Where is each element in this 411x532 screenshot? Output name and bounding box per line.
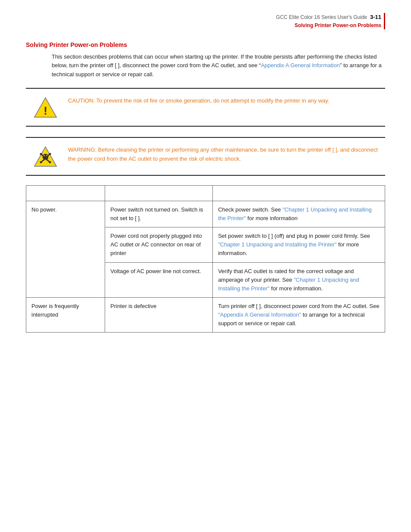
solution-defective: Turn printer off [ ], disconnect power c… [213,298,385,333]
page-header: GCC Elite Color 16 Series User's Guide 3… [26,13,385,29]
appendix-link[interactable]: Appendix A General Information [261,62,340,68]
svg-point-12 [49,161,51,163]
solution-switch: Check power switch. See "Chapter 1 Unpac… [213,201,385,227]
table-row: Power is frequently interrupted Printer … [26,298,385,333]
section-header: Solving Printer Power-on Problems [295,22,381,28]
caution-icon: ! [30,96,60,118]
table-header-3 [213,185,385,201]
guide-title: GCC Elite Color 16 Series User's Guide [276,14,367,20]
svg-point-13 [40,153,42,155]
caution-text: CAUTION: To prevent the risk of fire or … [68,96,329,106]
warning-text: WARNING: Before cleaning the printer or … [68,146,381,164]
appendix-link-2[interactable]: "Appendix A General Information" [218,311,301,318]
svg-point-14 [49,153,51,155]
troubleshooting-table: No power. Power switch not turned on. Sw… [26,185,385,333]
intro-paragraph: This section describes problems that can… [52,53,385,79]
solution-cord: Set power switch to [ ] (off) and plug i… [213,227,385,262]
section-title: Solving Printer Power-on Problems [26,41,385,48]
cause-voltage: Voltage of AC power line not correct. [105,262,213,297]
caution-box: ! CAUTION: To prevent the risk of fire o… [26,88,385,127]
cause-defective: Printer is defective [105,298,213,333]
svg-point-11 [40,161,42,163]
table-header-1 [26,185,105,201]
ch1-link-2[interactable]: "Chapter 1 Unpacking and Installing the … [218,241,336,248]
warning-icon [30,146,60,167]
svg-text:!: ! [44,104,47,117]
solution-voltage: Verify that AC outlet is rated for the c… [213,262,385,297]
page-number: 3-11 [370,14,381,20]
ch1-link-1[interactable]: "Chapter 1 Unpacking and Installing the … [218,206,372,221]
table-header-2 [105,185,213,201]
warning-box: WARNING: Before cleaning the printer or … [26,137,385,176]
cause-switch: Power switch not turned on. Switch is no… [105,201,213,227]
problem-interrupted: Power is frequently interrupted [26,298,105,333]
table-row: No power. Power switch not turned on. Sw… [26,201,385,227]
problem-no-power: No power. [26,201,105,297]
cause-cord: Power cord not properly plugged into AC … [105,227,213,262]
ch1-link-3[interactable]: "Chapter 1 Unpacking and Installing the … [218,277,359,292]
